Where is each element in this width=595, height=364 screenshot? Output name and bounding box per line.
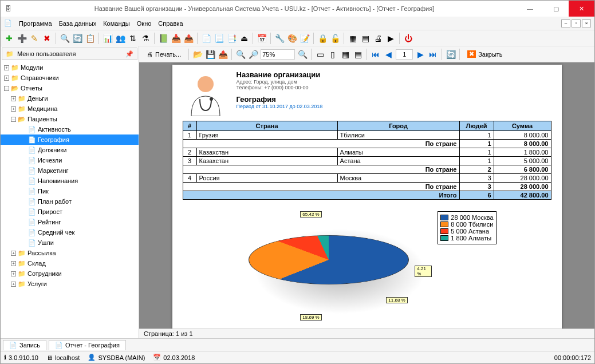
pin-icon[interactable]: 📌 — [125, 50, 133, 58]
node-patients[interactable]: –📂Пациенты — [1, 114, 139, 124]
layout2-icon[interactable]: ▯ — [328, 49, 338, 60]
doc2-icon[interactable]: 📃 — [214, 33, 224, 43]
eject-icon[interactable]: ⏏ — [239, 33, 249, 43]
minimize-button[interactable]: — — [517, 1, 543, 17]
print-top-icon[interactable]: 🖨 — [373, 33, 383, 43]
menu-window[interactable]: Окно — [137, 20, 152, 27]
node-services[interactable]: +📁Услуги — [1, 279, 139, 289]
add-icon[interactable]: ✚ — [4, 33, 14, 43]
menu-database[interactable]: База данных — [59, 20, 97, 27]
node-geography[interactable]: 📄География — [1, 134, 139, 145]
mdi-max[interactable]: ▫ — [572, 19, 581, 27]
refresh2-icon[interactable]: 🔄 — [446, 49, 456, 60]
titlebar: 🗄 Название Вашей организации - Универсал… — [1, 1, 594, 17]
menu-help[interactable]: Справка — [158, 20, 183, 27]
node-med[interactable]: +📁Медицина — [1, 104, 139, 114]
zoom-out-icon[interactable]: 🔍 — [235, 49, 246, 60]
delete-icon[interactable]: ✖ — [42, 33, 52, 43]
page-input[interactable] — [396, 49, 413, 60]
node-money[interactable]: +📁Деньги — [1, 93, 139, 104]
zoom-fit-icon[interactable]: 🔍 — [297, 49, 308, 60]
mdi-min[interactable]: – — [561, 19, 570, 27]
excel-icon[interactable]: 📗 — [158, 33, 168, 43]
filter2-icon[interactable]: ⚗ — [140, 33, 151, 43]
search-icon[interactable]: 🔍 — [60, 33, 70, 43]
node-avgcheck[interactable]: 📄Средний чек — [1, 227, 139, 238]
node-reports[interactable]: –📂Отчеты — [1, 83, 139, 93]
date-icon: 📅 — [153, 354, 161, 361]
node-peak[interactable]: 📄Пик — [1, 186, 139, 196]
chart-legend: 28 000 Москва 8 000 Тбилиси 5 000 Астана… — [438, 211, 496, 244]
node-gone[interactable]: 📄Исчезли — [1, 155, 139, 165]
doc3-icon[interactable]: 📑 — [226, 33, 237, 43]
edit-icon[interactable]: ✎ — [29, 33, 40, 43]
tab-record[interactable]: 📄Запись — [3, 340, 46, 350]
close-report-button[interactable]: ✖Закрыть — [463, 49, 506, 60]
export2-icon[interactable]: 📤 — [218, 49, 228, 60]
save-icon[interactable]: 💾 — [205, 49, 215, 60]
menu-commands[interactable]: Команды — [103, 20, 130, 27]
menu-program[interactable]: Программа — [19, 20, 52, 27]
node-plan[interactable]: 📄План работ — [1, 196, 139, 207]
node-remind[interactable]: 📄Напоминания — [1, 176, 139, 186]
lock2-icon[interactable]: 🔓 — [330, 33, 340, 43]
sort-icon[interactable]: ⇅ — [128, 33, 138, 43]
open-icon[interactable]: 📂 — [192, 49, 203, 60]
pie-label-4: 4.21 % — [415, 266, 432, 277]
node-rating[interactable]: 📄Рейтинг — [1, 217, 139, 227]
node-activity[interactable]: 📄Активность — [1, 124, 139, 134]
close-x-icon: ✖ — [467, 50, 476, 58]
filter-icon[interactable]: 📊 — [103, 33, 113, 43]
import-icon[interactable]: 📥 — [171, 33, 181, 43]
th-people: Людей — [459, 121, 494, 131]
next-page-icon[interactable]: ▶ — [415, 49, 425, 60]
layout3-icon[interactable]: ▦ — [340, 49, 350, 60]
layout4-icon[interactable]: ▤ — [353, 49, 363, 60]
close-button[interactable]: ✕ — [569, 1, 594, 17]
node-stock[interactable]: +📁Склад — [1, 258, 139, 268]
export-icon[interactable]: 📤 — [183, 33, 194, 43]
menu-icon[interactable]: 📄 — [4, 19, 12, 27]
maximize-button[interactable]: ▢ — [543, 1, 569, 17]
node-staff[interactable]: +📁Сотрудники — [1, 268, 139, 279]
report-viewport[interactable]: Название организации Адрес: Город, улица… — [139, 62, 594, 329]
refresh-icon[interactable]: 🔄 — [72, 33, 82, 43]
user-icon: 👤 — [88, 354, 96, 361]
print-button[interactable]: 🖨Печать... — [143, 49, 185, 60]
node-sprav[interactable]: +📁Справочники — [1, 73, 139, 83]
report-page: Название организации Адрес: Город, улица… — [172, 65, 562, 329]
node-marketing[interactable]: 📄Маркетинг — [1, 165, 139, 176]
total-row: Итого642 800.00 — [183, 191, 551, 200]
layout1-icon[interactable]: ▭ — [315, 49, 325, 60]
first-page-icon[interactable]: ⏮ — [371, 49, 381, 60]
tab-report-geo[interactable]: 📄Отчет - География — [49, 340, 126, 350]
lock-icon[interactable]: 🔒 — [317, 33, 328, 43]
pie-label-1: 65.42 % — [300, 211, 321, 217]
node-growth[interactable]: 📄Прирост — [1, 207, 139, 217]
zoom-in-icon[interactable]: 🔎 — [248, 49, 258, 60]
tool1-icon[interactable]: 🔧 — [274, 33, 285, 43]
last-page-icon[interactable]: ⏭ — [428, 49, 438, 60]
group-icon[interactable]: 👥 — [115, 33, 125, 43]
play-icon[interactable]: ▶ — [385, 33, 396, 43]
node-debtors[interactable]: 📄Должники — [1, 145, 139, 155]
add2-icon[interactable]: ➕ — [17, 33, 27, 43]
grid-icon[interactable]: ▦ — [348, 33, 358, 43]
tool3-icon[interactable]: 📝 — [300, 33, 310, 43]
prev-page-icon[interactable]: ◀ — [383, 49, 393, 60]
time: 00:00:00:172 — [554, 354, 591, 361]
th-num: # — [183, 121, 196, 131]
tool2-icon[interactable]: 🎨 — [287, 33, 297, 43]
doc1-icon[interactable]: 📄 — [201, 33, 211, 43]
node-modules[interactable]: +📁Модули — [1, 62, 139, 73]
subtotal-row: По стране26 800.00 — [183, 165, 551, 174]
user: SYSDBA (MAIN) — [98, 354, 145, 361]
grid2-icon[interactable]: ▤ — [360, 33, 371, 43]
mdi-close[interactable]: × — [582, 19, 591, 27]
zoom-input[interactable] — [261, 49, 295, 60]
cal-icon[interactable]: 📅 — [257, 33, 267, 43]
node-left[interactable]: 📄Ушли — [1, 238, 139, 248]
copy-icon[interactable]: 📋 — [85, 33, 95, 43]
node-mail[interactable]: +📁Рассылка — [1, 248, 139, 258]
power-icon[interactable]: ⏻ — [403, 33, 413, 43]
